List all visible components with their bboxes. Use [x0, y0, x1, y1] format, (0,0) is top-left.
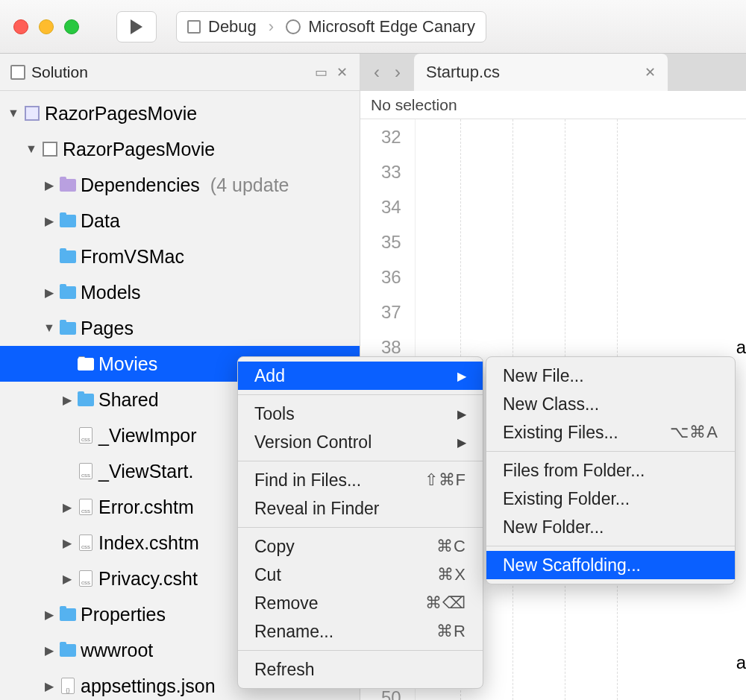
- browser-label: Microsoft Edge Canary: [308, 17, 475, 37]
- project-node[interactable]: ▼ RazorPagesMovie: [0, 131, 360, 167]
- chevron-right-icon: ›: [269, 17, 274, 37]
- menu-separator: [238, 650, 483, 651]
- menu-copy[interactable]: Copy ⌘C: [238, 532, 483, 561]
- disclosure-triangle-icon[interactable]: ▼: [7, 107, 19, 120]
- window-titlebar: Debug › Microsoft Edge Canary: [0, 0, 746, 54]
- disclosure-triangle-icon[interactable]: ▶: [61, 536, 73, 550]
- menu-existing-folder[interactable]: Existing Folder...: [486, 485, 735, 513]
- breadcrumb-bar[interactable]: No selection: [360, 91, 746, 119]
- context-menu: Add ▶ Tools ▶ Version Control ▶ Find in …: [237, 356, 483, 689]
- updates-badge: (4 update: [210, 174, 289, 196]
- menu-find-in-files[interactable]: Find in Files... ⇧⌘F: [238, 466, 483, 494]
- submenu-arrow-icon: ▶: [457, 407, 466, 421]
- folder-label: Models: [81, 282, 141, 303]
- folder-models[interactable]: ▶ Models: [0, 274, 360, 310]
- folder-fromvsmac[interactable]: FromVSMac: [0, 239, 360, 274]
- menu-separator: [238, 394, 483, 395]
- menu-existing-files[interactable]: Existing Files... ⌥⌘A: [486, 418, 735, 447]
- menu-version-control[interactable]: Version Control ▶: [238, 428, 483, 456]
- file-label: Error.cshtm: [98, 496, 194, 518]
- disclosure-triangle-icon[interactable]: ▶: [43, 643, 55, 658]
- disclosure-triangle-icon[interactable]: ▶: [43, 679, 55, 693]
- tab-startup-cs[interactable]: Startup.cs ✕: [414, 54, 668, 91]
- disclosure-triangle-icon[interactable]: ▶: [43, 178, 55, 192]
- menu-separator: [486, 451, 735, 452]
- folder-label: Pages: [81, 318, 134, 339]
- menu-files-from-folder[interactable]: Files from Folder...: [486, 456, 735, 485]
- folder-label: Shared: [98, 389, 159, 411]
- folder-icon: [60, 250, 76, 263]
- disclosure-triangle-icon[interactable]: ▶: [43, 608, 55, 622]
- cshtml-file-icon: css: [79, 427, 93, 444]
- file-label: Privacy.csht: [98, 568, 198, 590]
- close-tab-button[interactable]: ✕: [645, 64, 656, 81]
- solution-node[interactable]: ▼ RazorPagesMovie: [0, 95, 360, 131]
- menu-new-class[interactable]: New Class...: [486, 390, 735, 418]
- submenu-arrow-icon: ▶: [457, 435, 466, 450]
- file-label: _ViewStart.: [98, 461, 193, 482]
- solution-icon: [25, 106, 40, 121]
- menu-separator: [238, 527, 483, 528]
- close-window-button[interactable]: [13, 19, 28, 34]
- menu-new-file[interactable]: New File...: [486, 362, 735, 390]
- file-label: _ViewImpor: [98, 425, 197, 447]
- disclosure-triangle-icon[interactable]: ▶: [61, 500, 73, 514]
- nav-back-button[interactable]: ‹: [374, 62, 380, 83]
- editor-tabbar: ‹ › Startup.cs ✕: [360, 54, 746, 91]
- config-label: Debug: [208, 17, 257, 37]
- menu-new-folder[interactable]: New Folder...: [486, 513, 735, 541]
- add-submenu: New File... New Class... Existing Files.…: [486, 356, 736, 584]
- shortcut-label: ⌘X: [437, 565, 466, 584]
- shortcut-label: ⇧⌘F: [424, 470, 466, 490]
- folder-label: Properties: [81, 604, 166, 625]
- nav-forward-button[interactable]: ›: [395, 62, 401, 83]
- csproj-icon: [43, 142, 57, 157]
- cshtml-file-icon: css: [79, 463, 93, 479]
- breadcrumb-label: No selection: [371, 96, 457, 114]
- shortcut-label: ⌘R: [436, 622, 466, 641]
- disclosure-triangle-icon[interactable]: ▶: [61, 572, 73, 586]
- folder-data[interactable]: ▶ Data: [0, 203, 360, 239]
- disclosure-triangle-icon[interactable]: ▶: [43, 214, 55, 228]
- play-icon: [131, 19, 142, 34]
- menu-new-scaffolding[interactable]: New Scaffolding...: [486, 551, 735, 579]
- disclosure-triangle-icon[interactable]: ▼: [25, 142, 37, 156]
- dependencies-icon: [60, 179, 76, 192]
- disclosure-triangle-icon[interactable]: ▶: [43, 286, 55, 300]
- dependencies-node[interactable]: ▶ Dependencies (4 update: [0, 167, 360, 203]
- undock-button[interactable]: ▭: [313, 65, 328, 80]
- minimize-window-button[interactable]: [39, 19, 54, 34]
- folder-label: wwwroot: [81, 640, 153, 661]
- traffic-lights: [13, 19, 79, 34]
- menu-remove[interactable]: Remove ⌘⌫: [238, 589, 483, 617]
- shortcut-label: ⌘⌫: [425, 593, 466, 613]
- disclosure-triangle-icon[interactable]: ▼: [43, 321, 55, 335]
- cshtml-file-icon: css: [79, 570, 93, 587]
- folder-pages[interactable]: ▼ Pages: [0, 310, 360, 346]
- close-pad-button[interactable]: ✕: [334, 65, 349, 80]
- dependencies-label: Dependencies: [81, 174, 200, 196]
- submenu-arrow-icon: ▶: [457, 369, 466, 383]
- run-configuration-selector[interactable]: Debug › Microsoft Edge Canary: [176, 11, 486, 42]
- menu-refresh[interactable]: Refresh: [238, 655, 483, 684]
- menu-reveal-in-finder[interactable]: Reveal in Finder: [238, 494, 483, 523]
- menu-rename[interactable]: Rename... ⌘R: [238, 617, 483, 646]
- json-file-icon: {}: [61, 678, 75, 694]
- disclosure-triangle-icon[interactable]: ▶: [61, 393, 73, 407]
- folder-icon: [60, 644, 76, 657]
- menu-cut[interactable]: Cut ⌘X: [238, 561, 483, 589]
- shortcut-label: ⌥⌘A: [670, 423, 718, 442]
- folder-icon: [60, 322, 76, 335]
- maximize-window-button[interactable]: [64, 19, 79, 34]
- cshtml-file-icon: css: [79, 535, 93, 551]
- menu-tools[interactable]: Tools ▶: [238, 400, 483, 428]
- project-label: RazorPagesMovie: [63, 139, 215, 160]
- config-icon: [187, 20, 201, 34]
- sidebar-title: Solution: [31, 63, 88, 81]
- shortcut-label: ⌘C: [436, 537, 466, 556]
- run-button[interactable]: [116, 11, 157, 42]
- cshtml-file-icon: css: [79, 499, 93, 515]
- solution-label: RazorPagesMovie: [45, 103, 197, 124]
- tab-title: Startup.cs: [426, 63, 500, 82]
- menu-add[interactable]: Add ▶: [238, 362, 483, 390]
